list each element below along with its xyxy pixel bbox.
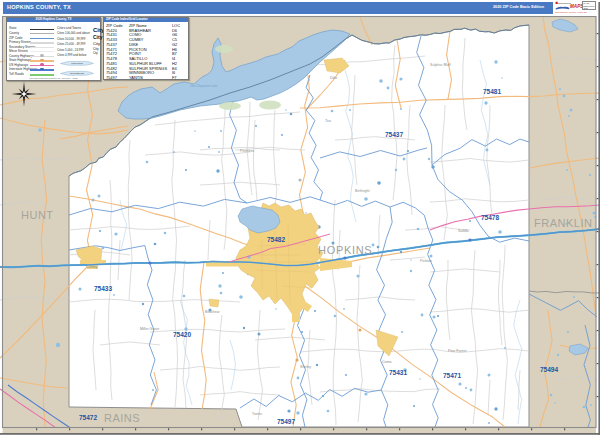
svg-text:Pickton: Pickton (420, 259, 432, 263)
svg-text:Dike: Dike (330, 76, 337, 80)
svg-text:Miller Grove: Miller Grove (140, 327, 159, 331)
svg-text:Shirley: Shirley (300, 365, 311, 369)
svg-text:75481: 75481 (483, 88, 501, 95)
svg-text:HUNT: HUNT (21, 209, 54, 221)
svg-text:75433: 75433 (94, 285, 112, 292)
svg-text:HOPKINS: HOPKINS (318, 244, 372, 256)
svg-text:Tira: Tira (325, 119, 331, 123)
svg-text:Birthright: Birthright (355, 189, 369, 193)
svg-text:Cumby: Cumby (86, 265, 98, 269)
svg-text:Peerless: Peerless (240, 149, 254, 153)
svg-text:Como: Como (382, 360, 392, 364)
svg-text:RAINS: RAINS (104, 412, 140, 424)
svg-text:75437: 75437 (385, 131, 403, 138)
svg-text:Jim Chapman Lake: Jim Chapman Lake (190, 84, 218, 88)
svg-text:75482: 75482 (267, 236, 285, 243)
svg-text:River/Stream: River/Stream (70, 72, 84, 75)
svg-text:75478: 75478 (481, 214, 499, 221)
svg-text:Pine Forest: Pine Forest (448, 349, 466, 353)
svg-text:75431: 75431 (389, 369, 407, 376)
svg-text:Saltillo: Saltillo (458, 229, 469, 233)
svg-text:Lake/Pond: Lake/Pond (71, 62, 83, 65)
svg-text:75494: 75494 (540, 366, 558, 373)
svg-text:75497: 75497 (277, 418, 295, 425)
svg-text:Brashear: Brashear (205, 310, 220, 314)
svg-text:Sulphur Bluff: Sulphur Bluff (430, 63, 451, 67)
svg-text:75472: 75472 (79, 414, 97, 421)
svg-text:FRANKLIN: FRANKLIN (534, 217, 592, 229)
svg-text:75420: 75420 (173, 331, 191, 338)
svg-text:Yantis: Yantis (252, 412, 262, 416)
svg-text:75471: 75471 (443, 372, 461, 379)
